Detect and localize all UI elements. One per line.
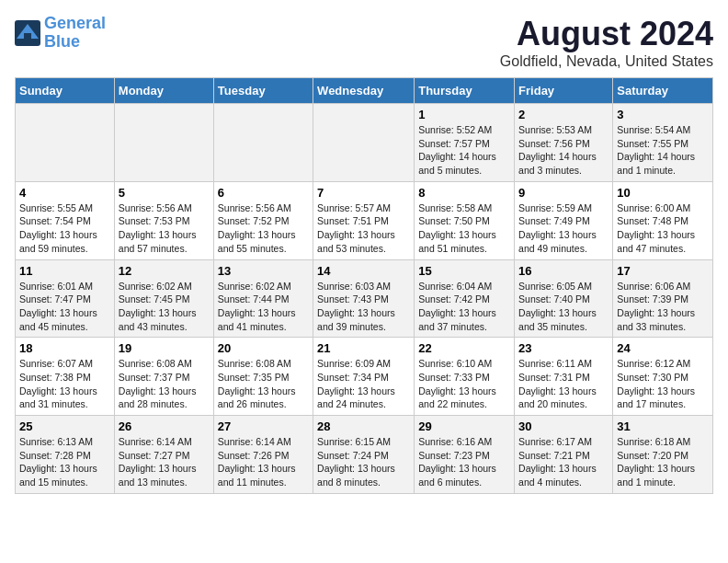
day-header-wednesday: Wednesday [313,78,415,104]
calendar-cell: 27Sunrise: 6:14 AM Sunset: 7:26 PM Dayli… [213,416,313,494]
day-number: 23 [518,341,609,355]
day-detail: Sunrise: 5:54 AM Sunset: 7:55 PM Dayligh… [617,124,695,176]
day-detail: Sunrise: 6:09 AM Sunset: 7:34 PM Dayligh… [317,358,395,409]
day-detail: Sunrise: 6:02 AM Sunset: 7:44 PM Dayligh… [218,281,296,332]
day-detail: Sunrise: 5:56 AM Sunset: 7:52 PM Dayligh… [218,202,296,254]
calendar-cell: 20Sunrise: 6:08 AM Sunset: 7:35 PM Dayli… [213,338,313,416]
subtitle: Goldfield, Nevada, United States [500,53,713,70]
day-number: 22 [418,341,510,355]
day-detail: Sunrise: 6:06 AM Sunset: 7:39 PM Dayligh… [617,281,695,332]
day-number: 19 [119,341,210,355]
week-row-5: 25Sunrise: 6:13 AM Sunset: 7:28 PM Dayli… [16,416,713,494]
day-detail: Sunrise: 5:57 AM Sunset: 7:51 PM Dayligh… [317,202,395,254]
day-detail: Sunrise: 6:15 AM Sunset: 7:24 PM Dayligh… [317,436,395,488]
day-number: 7 [317,186,410,200]
day-detail: Sunrise: 6:05 AM Sunset: 7:40 PM Dayligh… [518,281,597,332]
day-number: 30 [518,419,609,433]
day-detail: Sunrise: 6:08 AM Sunset: 7:35 PM Dayligh… [218,358,296,409]
main-title: August 2024 [500,15,713,53]
day-number: 17 [617,264,709,278]
calendar-cell: 9Sunrise: 5:59 AM Sunset: 7:49 PM Daylig… [515,181,613,259]
calendar-cell [313,104,415,182]
day-number: 31 [617,419,709,433]
calendar-cell: 7Sunrise: 5:57 AM Sunset: 7:51 PM Daylig… [313,181,415,259]
calendar-cell: 11Sunrise: 6:01 AM Sunset: 7:47 PM Dayli… [16,259,115,338]
calendar-cell: 13Sunrise: 6:02 AM Sunset: 7:44 PM Dayli… [213,259,313,338]
day-number: 4 [19,186,110,200]
day-number: 20 [218,341,309,355]
day-detail: Sunrise: 5:55 AM Sunset: 7:54 PM Dayligh… [19,202,97,254]
calendar-cell [213,104,313,182]
day-detail: Sunrise: 6:18 AM Sunset: 7:20 PM Dayligh… [617,436,695,488]
calendar-cell: 8Sunrise: 5:58 AM Sunset: 7:50 PM Daylig… [415,181,515,259]
day-header-friday: Friday [515,78,613,104]
week-row-1: 1Sunrise: 5:52 AM Sunset: 7:57 PM Daylig… [16,104,713,182]
calendar-cell [16,104,115,182]
logo-line2: Blue [44,32,80,51]
day-detail: Sunrise: 5:59 AM Sunset: 7:49 PM Dayligh… [518,202,597,254]
svg-rect-2 [24,33,31,40]
logo-line1: General [44,14,106,32]
day-number: 15 [418,264,510,278]
calendar-cell: 22Sunrise: 6:10 AM Sunset: 7:33 PM Dayli… [415,338,515,416]
day-header-saturday: Saturday [613,78,713,104]
day-number: 13 [218,264,309,278]
day-number: 25 [19,419,110,433]
calendar-cell: 30Sunrise: 6:17 AM Sunset: 7:21 PM Dayli… [515,416,613,494]
day-number: 5 [119,186,210,200]
calendar-cell: 1Sunrise: 5:52 AM Sunset: 7:57 PM Daylig… [415,104,515,182]
day-detail: Sunrise: 6:00 AM Sunset: 7:48 PM Dayligh… [617,202,695,254]
calendar-cell: 25Sunrise: 6:13 AM Sunset: 7:28 PM Dayli… [16,416,115,494]
calendar-cell: 26Sunrise: 6:14 AM Sunset: 7:27 PM Dayli… [114,416,213,494]
calendar-cell: 2Sunrise: 5:53 AM Sunset: 7:56 PM Daylig… [515,104,613,182]
day-number: 8 [418,186,510,200]
day-detail: Sunrise: 6:13 AM Sunset: 7:28 PM Dayligh… [19,436,97,488]
week-row-2: 4Sunrise: 5:55 AM Sunset: 7:54 PM Daylig… [16,181,713,259]
day-number: 27 [218,419,309,433]
logo: General Blue [15,15,106,52]
day-number: 29 [418,419,510,433]
logo-text: General Blue [44,15,106,52]
day-number: 28 [317,419,410,433]
day-detail: Sunrise: 6:11 AM Sunset: 7:31 PM Dayligh… [518,358,597,409]
day-detail: Sunrise: 6:04 AM Sunset: 7:42 PM Dayligh… [418,281,496,332]
calendar-cell: 29Sunrise: 6:16 AM Sunset: 7:23 PM Dayli… [415,416,515,494]
day-detail: Sunrise: 6:07 AM Sunset: 7:38 PM Dayligh… [19,358,97,409]
calendar-cell: 18Sunrise: 6:07 AM Sunset: 7:38 PM Dayli… [16,338,115,416]
calendar-cell: 31Sunrise: 6:18 AM Sunset: 7:20 PM Dayli… [613,416,713,494]
day-number: 12 [119,264,210,278]
calendar-cell: 21Sunrise: 6:09 AM Sunset: 7:34 PM Dayli… [313,338,415,416]
calendar-cell: 14Sunrise: 6:03 AM Sunset: 7:43 PM Dayli… [313,259,415,338]
day-detail: Sunrise: 6:08 AM Sunset: 7:37 PM Dayligh… [119,358,197,409]
calendar-cell: 16Sunrise: 6:05 AM Sunset: 7:40 PM Dayli… [515,259,613,338]
day-header-sunday: Sunday [16,78,115,104]
day-number: 9 [518,186,609,200]
calendar-cell: 23Sunrise: 6:11 AM Sunset: 7:31 PM Dayli… [515,338,613,416]
day-detail: Sunrise: 6:12 AM Sunset: 7:30 PM Dayligh… [617,358,695,409]
calendar-cell [114,104,213,182]
day-number: 16 [518,264,609,278]
calendar-cell: 3Sunrise: 5:54 AM Sunset: 7:55 PM Daylig… [613,104,713,182]
day-number: 2 [518,108,609,121]
day-detail: Sunrise: 5:58 AM Sunset: 7:50 PM Dayligh… [418,202,496,254]
logo-icon [15,20,40,46]
day-number: 18 [19,341,110,355]
day-number: 24 [617,341,709,355]
calendar-cell: 12Sunrise: 6:02 AM Sunset: 7:45 PM Dayli… [114,259,213,338]
day-number: 21 [317,341,410,355]
day-detail: Sunrise: 6:16 AM Sunset: 7:23 PM Dayligh… [418,436,496,488]
day-detail: Sunrise: 6:17 AM Sunset: 7:21 PM Dayligh… [518,436,597,488]
calendar-cell: 4Sunrise: 5:55 AM Sunset: 7:54 PM Daylig… [16,181,115,259]
calendar-cell: 15Sunrise: 6:04 AM Sunset: 7:42 PM Dayli… [415,259,515,338]
calendar-body: 1Sunrise: 5:52 AM Sunset: 7:57 PM Daylig… [16,104,713,494]
day-detail: Sunrise: 6:14 AM Sunset: 7:26 PM Dayligh… [218,436,296,488]
day-detail: Sunrise: 6:10 AM Sunset: 7:33 PM Dayligh… [418,358,496,409]
day-detail: Sunrise: 5:52 AM Sunset: 7:57 PM Dayligh… [418,124,496,176]
day-detail: Sunrise: 5:53 AM Sunset: 7:56 PM Dayligh… [518,124,597,176]
calendar-cell: 28Sunrise: 6:15 AM Sunset: 7:24 PM Dayli… [313,416,415,494]
day-number: 1 [418,108,510,121]
day-number: 14 [317,264,410,278]
day-detail: Sunrise: 6:02 AM Sunset: 7:45 PM Dayligh… [119,281,197,332]
day-detail: Sunrise: 5:56 AM Sunset: 7:53 PM Dayligh… [119,202,197,254]
week-row-4: 18Sunrise: 6:07 AM Sunset: 7:38 PM Dayli… [16,338,713,416]
